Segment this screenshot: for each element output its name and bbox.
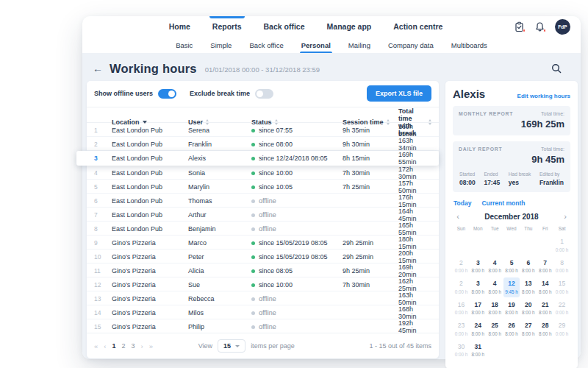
calendar-next-icon[interactable]: › [561,213,570,221]
calendar-day-20[interactable]: 208:00 h [520,299,537,319]
top-nav-items: HomeReportsBack officeManage appAction c… [82,16,529,37]
page-number-1[interactable]: 1 [112,342,115,350]
tab-company-data[interactable]: Company data [387,37,435,53]
tab-multiboards[interactable]: Multiboards [450,37,489,53]
online-dot [251,171,255,175]
column-header-status[interactable]: Status [251,118,343,126]
nav-item-manage-app[interactable]: Manage app [327,16,372,37]
sort-icon [275,119,278,125]
calendar-day-5[interactable]: 58:00 h [503,257,520,277]
notifications-bell[interactable] [534,21,545,32]
calendar-hours: 8:00 h [503,331,520,336]
user-avatar[interactable]: FdP [555,19,570,35]
tab-mailing[interactable]: Mailing [347,37,372,53]
first-page-button[interactable]: « [94,342,98,350]
table-row[interactable]: 2East London PubFranklinsince 08:009h 30… [87,137,439,151]
calendar-day-22[interactable]: 220:00 h [553,299,570,319]
export-xls-button[interactable]: Export XLS file [367,85,431,102]
table-row[interactable]: 5East London PubMarylinsince 10:057h 25m… [87,180,439,194]
toggle-knob [257,91,263,97]
calendar-cell-empty [503,341,520,361]
calendar-day-19[interactable]: 198:00 h [503,299,520,319]
tab-simple[interactable]: Simple [209,37,233,53]
nav-item-home[interactable]: Home [169,16,190,37]
table-row[interactable]: 8East London PubBenjaminoffline165h 55mi… [87,222,439,236]
table-row[interactable]: 4East London PubSoniasince 10:007h 30min… [87,166,439,180]
row-number: 10 [94,253,112,261]
calendar-day-6[interactable]: 68:00 h [520,257,537,277]
calendar-day-3[interactable]: 38:00 h [470,277,487,297]
search-icon[interactable] [551,63,562,74]
calendar-day-7[interactable]: 78:00 h [537,257,553,277]
cell-total-time: 164h 45min [398,208,431,222]
edit-working-hours-link[interactable]: Edit working hours [517,93,570,99]
next-page-button[interactable]: › [141,342,143,350]
calendar-day-14[interactable]: 148:00 h [537,277,553,297]
calendar-day-17[interactable]: 178:00 h [470,299,487,319]
last-page-button[interactable]: » [149,342,153,350]
nav-item-action-centre[interactable]: Action centre [393,16,442,37]
calendar-day-13[interactable]: 138:00 h [520,277,537,297]
tasks-icon[interactable] [514,21,525,32]
daily-report-box: DAILY REPORT Total time: 9h 45m Started0… [453,141,570,192]
calendar-day-15[interactable]: 150:00 h [553,277,570,297]
table-row[interactable]: 7East London PubArthuroffline164h 45min [87,208,439,222]
per-page-select[interactable]: 15 [218,339,245,353]
prev-page-button[interactable]: ‹ [104,342,106,350]
tab-personal[interactable]: Personal [300,37,332,53]
calendar-day-3[interactable]: 38:00 h [470,257,487,277]
calendar-day-18[interactable]: 188:00 h [487,299,503,319]
calendar-day-28[interactable]: 288:00 h [537,319,553,339]
table-row[interactable]: 11Gino's PizzeriaAliciasince 08:059h 25m… [87,263,439,277]
calendar-day-2[interactable]: 20:00 h [453,257,470,277]
calendar-cell-empty [520,341,537,361]
column-header-location[interactable]: Location [112,118,188,126]
toggle-show-offline-users[interactable]: Show offline users [94,89,176,99]
daily-total-label: Total time: [541,146,564,152]
calendar-day-2[interactable]: 20:00 h [453,277,470,297]
tab-back-office[interactable]: Back office [248,37,284,53]
table-row[interactable]: 3East London PubAlexissince 12/24/2018 0… [76,151,439,166]
calendar-day-1[interactable]: 10:00 h [553,236,570,255]
cell-user: Thomas [188,197,251,205]
offline-dot [251,297,255,301]
calendar-day-16[interactable]: 160:00 h [453,299,470,319]
nav-item-back-office[interactable]: Back office [264,16,305,37]
table-row[interactable]: 14Gino's PizzeriaMilosoffline168h 30min [87,305,439,319]
table-row[interactable]: 9Gino's PizzeriaMarcosince 15/05/2019 08… [87,236,439,250]
calendar-day-29[interactable]: 290:00 h [553,319,570,339]
table-row[interactable]: 12Gino's PizzeriaSuesince 10:007h 30min1… [87,277,439,291]
calendar-day-26[interactable]: 268:00 h [503,319,520,339]
calendar-day-12[interactable]: 129:45 h [503,277,520,297]
calendar-day-27[interactable]: 278:00 h [520,319,537,339]
calendar-day-8[interactable]: 80:00 h [553,257,570,277]
day-name-wed: Wed [503,226,520,236]
toggle-exclude-break-time[interactable]: Exclude break time [190,89,273,99]
calendar-day-23[interactable]: 230:00 h [453,319,470,339]
table-row[interactable]: 10Gino's PizzeriaPetersince 15/05/2019 0… [87,250,439,263]
calendar-day-24[interactable]: 248:00 h [470,319,487,339]
nav-item-reports[interactable]: Reports [212,16,242,37]
column-header-session-time[interactable]: Session time [343,118,398,126]
column-header-user[interactable]: User [188,118,251,126]
detail-edited-by: Edited byFranklin [539,171,564,186]
tab-basic[interactable]: Basic [174,37,194,53]
calendar-prev-icon[interactable]: ‹ [453,213,462,221]
back-arrow-icon[interactable]: ← [93,63,103,74]
table-row[interactable]: 15Gino's PizzeriaPhilipoffline192h 45min [87,319,439,333]
page-number-3[interactable]: 3 [132,342,135,350]
calendar-day-31[interactable]: 318:00 h [470,341,487,361]
current-month-button[interactable]: Current month [481,199,525,207]
calendar-day-4[interactable]: 48:00 h [487,257,503,277]
today-button[interactable]: Today [453,199,471,207]
calendar-cell-empty [503,236,520,255]
toggle-switch[interactable] [255,89,273,99]
calendar-day-30[interactable]: 300:00 h [453,341,470,361]
calendar-day-21[interactable]: 218:00 h [537,299,553,319]
calendar-day-25[interactable]: 258:00 h [487,319,503,339]
table-row[interactable]: 6East London PubThomasoffline176h 15min [87,194,439,208]
calendar-day-4[interactable]: 48:00 h [487,277,503,297]
toggle-switch[interactable] [158,89,176,99]
table-row[interactable]: 13Gino's PizzeriaRebeccaoffline163h 50mi… [87,291,439,305]
page-number-2[interactable]: 2 [121,342,125,350]
